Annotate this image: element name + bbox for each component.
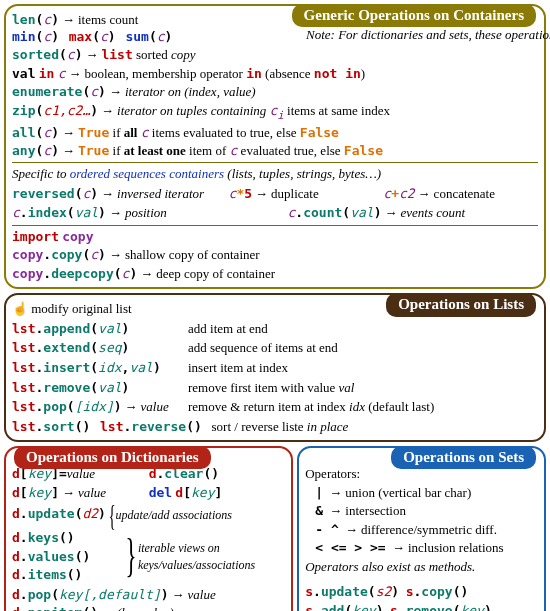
row-values: d.values() — [12, 548, 124, 566]
row-sorted: sorted(c)list sorted copy — [12, 46, 538, 64]
section-sets: Operations on Sets Operators: | union (v… — [297, 446, 546, 611]
row-in: val in cboolean, membership operator in … — [12, 65, 538, 83]
section-title-dicts: Operations on Dictionaries — [14, 446, 211, 469]
row-getitem: d[key]value — [12, 484, 149, 502]
section-title-lists: Operations on Lists — [386, 293, 536, 316]
row-any: any(c)True if at least one item of c eva… — [12, 142, 538, 160]
row-diff: - ^ difference/symmetric diff. — [305, 521, 538, 539]
row-extend: lst.extend(seq) — [12, 339, 182, 357]
row-union: | union (vertical bar char) — [305, 484, 538, 502]
row-concat: c+c2concatenate — [383, 185, 538, 203]
row-all: all(c)True if all c items evaluated to t… — [12, 124, 538, 142]
row-remove: lst.remove(val) — [12, 379, 182, 397]
row-zip: zip(c1,c2…)iterator on tuples containing… — [12, 102, 538, 123]
row-pop: lst.pop([idx])value — [12, 398, 182, 416]
row-shallow-copy: copy.copy(c)shallow copy of container — [12, 246, 538, 264]
row-sort-reverse: lst.sort() lst.reverse() sort / reverse … — [12, 418, 538, 436]
row-items: d.items() — [12, 566, 124, 584]
row-duplicate: c*5duplicate — [229, 185, 384, 203]
sets-methods-note: Operators also exist as methods. — [305, 558, 538, 576]
row-sadd: s.add(key) s.remove(key) — [305, 602, 538, 611]
row-append: lst.append(val) — [12, 320, 182, 338]
row-inter: & intersection — [305, 502, 538, 520]
row-deep-copy: copy.deepcopy(c)deep copy of container — [12, 265, 538, 283]
row-rel: < <= > >= inclusion relations — [305, 539, 538, 557]
row-dpop: d.pop(key[,default])value — [12, 586, 285, 604]
row-enumerate: enumerate(c)iterator on (index, value) — [12, 83, 538, 101]
row-supdate: s.update(s2) s.copy() — [305, 583, 538, 601]
section-generic-containers: Generic Operations on Containers len(c)i… — [4, 4, 546, 289]
row-del: del d[key] — [149, 484, 286, 502]
row-keys: d.keys() — [12, 529, 124, 547]
row-insert: lst.insert(idx,val) — [12, 359, 182, 377]
row-import: import copy — [12, 228, 538, 246]
row-update: d.update(d2) {update/add associations — [12, 503, 285, 527]
row-index: c.index(val)position — [12, 204, 288, 222]
row-count: c.count(val)events count — [288, 204, 538, 222]
section-title-generic: Generic Operations on Containers — [292, 4, 536, 27]
row-popitem: d.popitem()(key,value) — [12, 604, 285, 611]
note-dict-keys: Note: For dictionaries and sets, these o… — [306, 26, 536, 44]
section-lists: Operations on Lists ☝ modify original li… — [4, 293, 546, 442]
section-title-sets: Operations on Sets — [391, 446, 536, 469]
row-reversed: reversed(c)inversed iterator — [12, 185, 229, 203]
section-dicts: Operations on Dictionaries d[key]=value … — [4, 446, 293, 611]
